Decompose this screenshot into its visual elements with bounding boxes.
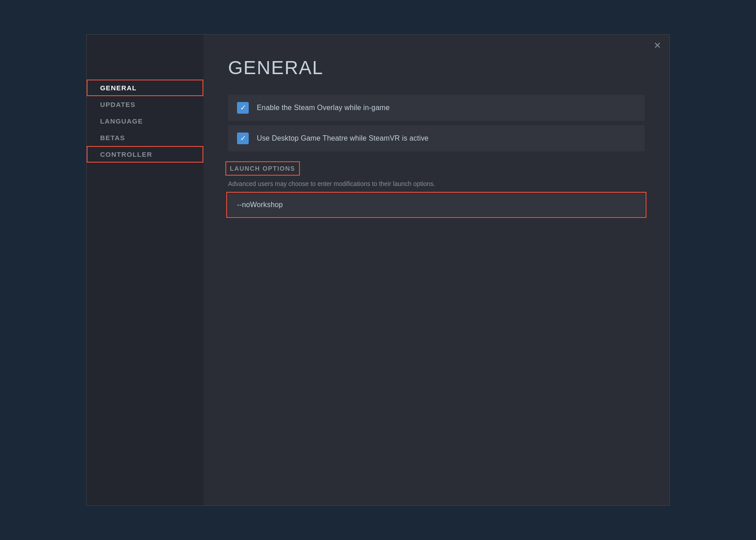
sidebar-item-general[interactable]: GENERAL	[87, 80, 203, 96]
sidebar: GENERAL UPDATES LANGUAGE BETAS CONTROLLE…	[87, 35, 203, 505]
launch-options-description: Advanced users may choose to enter modif…	[228, 180, 645, 187]
desktop-game-theatre-checkbox[interactable]: ✓	[237, 133, 249, 144]
sidebar-item-betas[interactable]: BETAS	[87, 129, 203, 146]
desktop-game-theatre-row[interactable]: ✓ Use Desktop Game Theatre while SteamVR…	[228, 125, 645, 151]
close-button[interactable]: ✕	[654, 41, 661, 50]
checkmark-icon: ✓	[240, 104, 246, 111]
page-title: GENERAL	[228, 57, 645, 79]
settings-dialog: ✕ GENERAL UPDATES LANGUAGE BETAS CONTROL…	[86, 34, 670, 506]
steam-overlay-row[interactable]: ✓ Enable the Steam Overlay while in-game	[228, 95, 645, 121]
launch-options-section: LAUNCH OPTIONS Advanced users may choose…	[228, 164, 645, 216]
launch-options-input-wrapper	[228, 194, 645, 216]
launch-options-title: LAUNCH OPTIONS	[228, 164, 297, 173]
sidebar-item-language[interactable]: LANGUAGE	[87, 113, 203, 129]
launch-options-input[interactable]	[228, 194, 645, 216]
checkmark-icon-2: ✓	[240, 135, 246, 142]
steam-overlay-label: Enable the Steam Overlay while in-game	[257, 104, 390, 112]
sidebar-item-updates[interactable]: UPDATES	[87, 96, 203, 113]
main-content: GENERAL ✓ Enable the Steam Overlay while…	[203, 35, 669, 505]
sidebar-item-controller[interactable]: CONTROLLER	[87, 146, 203, 163]
desktop-game-theatre-label: Use Desktop Game Theatre while SteamVR i…	[257, 134, 429, 142]
steam-overlay-checkbox[interactable]: ✓	[237, 102, 249, 114]
